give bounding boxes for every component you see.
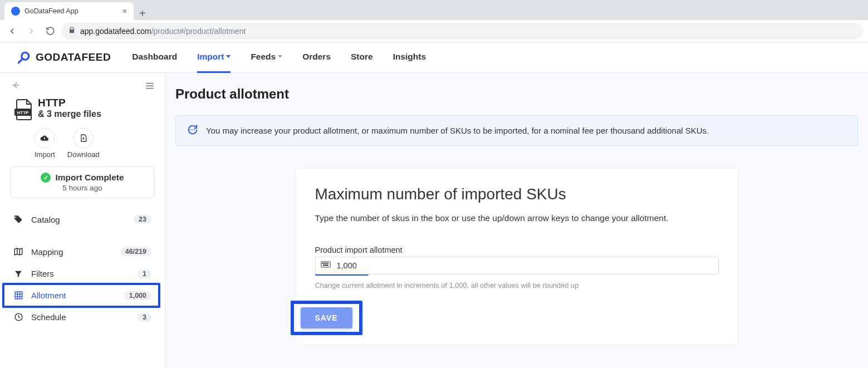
- sidebar-item-label: Catalog: [31, 215, 126, 224]
- sidebar-item-label: Mapping: [31, 247, 112, 257]
- sidebar-back-icon[interactable]: [10, 80, 21, 94]
- svg-rect-14: [326, 263, 327, 264]
- sidebar-item-badge: 3: [138, 313, 151, 322]
- sidebar: HTTP HTTP & 3 merge files Import Downloa…: [0, 73, 165, 368]
- tab-close-icon[interactable]: ×: [122, 7, 127, 16]
- logo-icon: [17, 50, 31, 65]
- page-title: Product allotment: [175, 86, 858, 115]
- status-card: ✓ Import Complete 5 hours ago: [10, 166, 155, 198]
- svg-rect-6: [15, 292, 22, 299]
- source-block: HTTP HTTP & 3 merge files: [9, 97, 156, 125]
- svg-point-10: [194, 129, 195, 130]
- filter-icon: [13, 269, 23, 278]
- nav-orders[interactable]: Orders: [302, 42, 331, 73]
- svg-point-8: [189, 129, 190, 130]
- allotment-card: Maximum number of imported SKUs Type the…: [296, 168, 738, 345]
- svg-rect-12: [322, 263, 323, 264]
- nav-import[interactable]: Import: [197, 42, 231, 73]
- svg-rect-3: [146, 87, 154, 89]
- clock-icon: [13, 312, 23, 322]
- status-time: 5 hours ago: [16, 184, 149, 192]
- sidebar-item-label: Filters: [31, 269, 130, 278]
- svg-text:HTTP: HTTP: [17, 110, 30, 115]
- browser-tab[interactable]: GoDataFeed App ×: [4, 2, 134, 20]
- helper-text: Change current allotment in increments o…: [315, 281, 719, 290]
- new-tab-button[interactable]: +: [134, 7, 151, 20]
- tab-strip: GoDataFeed App × +: [0, 0, 868, 20]
- keyboard-icon: [321, 261, 331, 271]
- allotment-input[interactable]: [315, 257, 719, 274]
- nav-store[interactable]: Store: [351, 42, 373, 73]
- sidebar-nav: Catalog 23 Mapping 46/219 Filters 1 Allo…: [9, 208, 156, 328]
- chevron-down-icon: [226, 55, 231, 58]
- card-description: Type the number of skus in the box or us…: [315, 213, 719, 223]
- source-subtitle: & 3 merge files: [38, 109, 101, 119]
- nav-dashboard[interactable]: Dashboard: [132, 42, 177, 73]
- reload-button[interactable]: [42, 23, 58, 39]
- action-row: Import Download: [9, 125, 156, 164]
- download-label: Download: [67, 150, 100, 159]
- sidebar-item-badge: 46/219: [120, 247, 151, 256]
- sidebar-item-badge: 23: [134, 215, 151, 224]
- status-text: Import Complete: [55, 173, 124, 183]
- forward-button[interactable]: [23, 23, 39, 39]
- map-icon: [13, 247, 23, 257]
- check-circle-icon: ✓: [41, 173, 51, 183]
- save-button[interactable]: SAVE: [301, 307, 352, 328]
- main-content: Product allotment You may increase your …: [165, 73, 868, 368]
- nav-feeds[interactable]: Feeds: [251, 42, 282, 73]
- brand-logo[interactable]: GODATAFEED: [17, 50, 111, 65]
- allotment-input-wrap: [315, 257, 719, 274]
- sidebar-item-catalog[interactable]: Catalog 23: [9, 208, 156, 230]
- url-text: app.godatafeed.com/product#/product/allo…: [80, 27, 246, 36]
- sidebar-item-filters[interactable]: Filters 1: [9, 263, 156, 284]
- main-nav: Dashboard Import Feeds Orders Store Insi…: [132, 42, 426, 73]
- svg-rect-13: [324, 263, 325, 264]
- svg-point-9: [192, 129, 193, 130]
- chevron-down-icon: [278, 55, 282, 58]
- sidebar-item-label: Schedule: [31, 312, 130, 322]
- favicon-icon: [11, 7, 20, 16]
- grid-icon: [13, 291, 23, 300]
- svg-rect-15: [327, 263, 328, 264]
- info-banner: You may increase your product allotment,…: [175, 115, 858, 146]
- field-label: Product import allotment: [315, 246, 719, 254]
- brand-text: GODATAFEED: [36, 51, 111, 63]
- svg-rect-16: [323, 265, 328, 266]
- svg-rect-2: [146, 85, 154, 86]
- sidebar-item-badge: 1,000: [124, 291, 151, 300]
- speech-bubble-icon: [186, 124, 198, 138]
- back-button[interactable]: [4, 23, 20, 39]
- sidebar-item-allotment[interactable]: Allotment 1,000: [9, 284, 156, 306]
- svg-rect-1: [146, 82, 154, 84]
- address-bar[interactable]: app.godatafeed.com/product#/product/allo…: [61, 23, 864, 40]
- svg-rect-11: [321, 262, 330, 268]
- nav-insights[interactable]: Insights: [393, 42, 426, 73]
- sidebar-item-badge: 1: [138, 269, 151, 278]
- banner-text: You may increase your product allotment,…: [206, 126, 709, 135]
- import-button[interactable]: Import: [35, 128, 55, 159]
- import-label: Import: [35, 150, 55, 159]
- browser-chrome: GoDataFeed App × + app.godatafeed.com/pr…: [0, 0, 868, 42]
- sidebar-menu-icon[interactable]: [145, 81, 155, 93]
- browser-toolbar: app.godatafeed.com/product#/product/allo…: [0, 20, 868, 42]
- tags-icon: [13, 214, 23, 224]
- source-title: HTTP: [38, 97, 101, 109]
- http-file-icon: HTTP: [13, 98, 35, 124]
- download-button[interactable]: Download: [67, 128, 100, 159]
- lock-icon: [68, 26, 76, 36]
- sidebar-item-label: Allotment: [31, 291, 116, 300]
- sidebar-item-mapping[interactable]: Mapping 46/219: [9, 241, 156, 263]
- app-header: GODATAFEED Dashboard Import Feeds Orders…: [0, 42, 868, 73]
- tab-title: GoDataFeed App: [24, 7, 118, 15]
- card-heading: Maximum number of imported SKUs: [315, 185, 719, 203]
- sidebar-item-schedule[interactable]: Schedule 3: [9, 306, 156, 328]
